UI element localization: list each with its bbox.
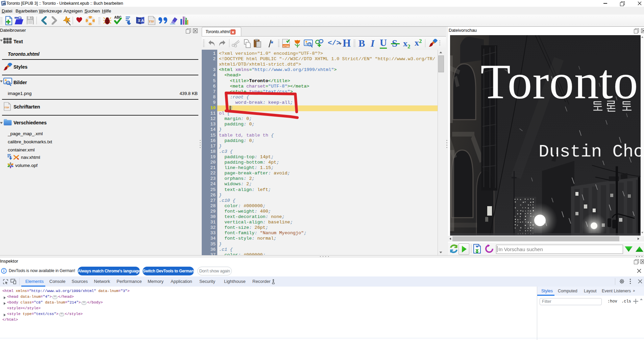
svg-text:文: 文 <box>138 19 141 22</box>
svg-text:A: A <box>4 42 5 43</box>
svg-text:E: E <box>10 38 11 40</box>
svg-text:TTF: TTF <box>149 20 154 23</box>
svg-text:W: W <box>7 38 8 40</box>
svg-text:A: A <box>141 19 144 23</box>
svg-text:TTF: TTF <box>4 106 9 109</box>
svg-text:Q: Q <box>4 38 5 40</box>
svg-text:HTML: HTML <box>283 45 290 48</box>
svg-text:S: S <box>7 42 8 43</box>
